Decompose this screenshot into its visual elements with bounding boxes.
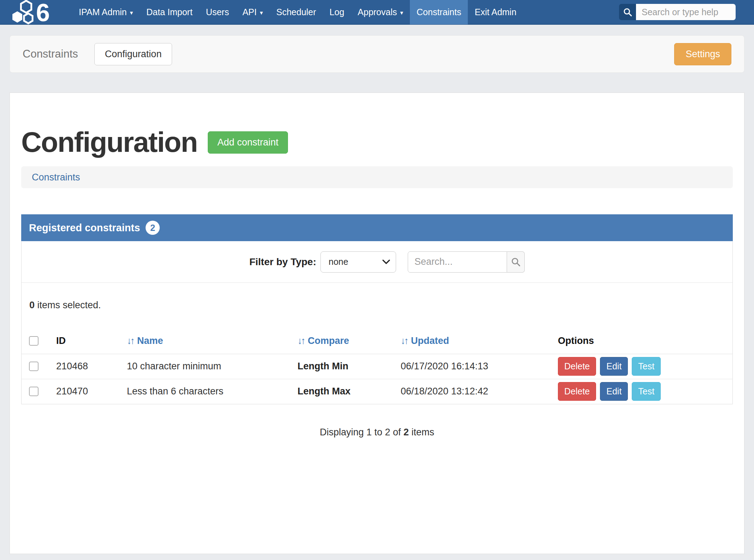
top-navbar: 6 IPAM Admin▾ Data Import Users API▾ Sch… — [0, 0, 754, 25]
column-header-name[interactable]: ↓↑Name — [123, 328, 294, 354]
nav-item-log[interactable]: Log — [323, 0, 351, 24]
configuration-tab-button[interactable]: Configuration — [94, 43, 172, 65]
panel-body: Filter by Type: none — [21, 241, 733, 404]
sort-icon: ↓↑ — [127, 335, 134, 346]
chevron-down-icon — [382, 260, 390, 264]
filter-row: Filter by Type: none — [22, 241, 732, 283]
nav-item-data-import[interactable]: Data Import — [140, 0, 199, 24]
logo-six-text: 6 — [36, 0, 50, 24]
column-header-id: ID — [53, 328, 123, 354]
chevron-down-icon: ▾ — [400, 9, 403, 17]
nav-item-constraints[interactable]: Constraints — [410, 0, 468, 24]
nav-item-api[interactable]: API▾ — [236, 0, 270, 24]
column-header-label: Compare — [308, 335, 349, 346]
pagination-prefix: Displaying 1 to 2 of — [320, 427, 403, 437]
global-search-button[interactable] — [619, 4, 636, 20]
table-search-input[interactable] — [408, 251, 507, 273]
nav-item-scheduler[interactable]: Scheduler — [270, 0, 323, 24]
nav-item-exit-admin[interactable]: Exit Admin — [468, 0, 523, 24]
sort-icon: ↓↑ — [298, 335, 304, 346]
chevron-down-icon: ▾ — [130, 9, 133, 17]
nav-item-approvals[interactable]: Approvals▾ — [351, 0, 410, 24]
nav-item-label: Scheduler — [276, 7, 316, 17]
type-filter-select[interactable]: none — [320, 251, 396, 273]
page-header-card: Constraints Configuration Settings — [10, 35, 744, 73]
registered-constraints-panel: Registered constraints 2 Filter by Type:… — [21, 214, 733, 438]
select-all-checkbox[interactable] — [29, 336, 39, 346]
edit-button[interactable]: Edit — [600, 357, 628, 376]
hexagons-logo-icon: 6 — [10, 0, 63, 24]
selected-count-status: 0 items selected. — [22, 283, 732, 328]
cell-compare: Length Max — [294, 379, 397, 404]
cell-id: 210470 — [53, 379, 123, 404]
nav-item-label: Exit Admin — [475, 7, 516, 17]
nav-item-label: Constraints — [417, 7, 461, 17]
sort-icon: ↓↑ — [401, 335, 407, 346]
pagination-suffix: items — [409, 427, 434, 437]
table-search-group — [408, 251, 525, 273]
constraints-table: ID ↓↑Name ↓↑Compare ↓↑Updated Options 21… — [22, 328, 732, 404]
column-header-updated[interactable]: ↓↑Updated — [397, 328, 554, 354]
table-header-row: ID ↓↑Name ↓↑Compare ↓↑Updated Options — [22, 328, 732, 354]
heading-row: Configuration Add constraint — [21, 93, 733, 158]
panel-title: Registered constraints — [29, 222, 140, 234]
search-icon — [623, 7, 632, 17]
nav-item-ipam-admin[interactable]: IPAM Admin▾ — [72, 0, 140, 24]
nav-item-label: Users — [206, 7, 229, 17]
app-logo[interactable]: 6 — [10, 0, 63, 24]
add-constraint-button[interactable]: Add constraint — [208, 131, 288, 154]
pagination-count: 2 — [403, 427, 409, 437]
test-button[interactable]: Test — [632, 357, 661, 376]
selected-count-text: items selected. — [35, 300, 101, 310]
page-title: Constraints — [23, 48, 78, 60]
pagination-status: Displaying 1 to 2 of 2 items — [21, 427, 733, 438]
nav-item-label: Approvals — [358, 7, 397, 17]
global-search — [619, 4, 736, 20]
row-actions: Delete Edit Test — [558, 382, 732, 401]
nav-menu: IPAM Admin▾ Data Import Users API▾ Sched… — [72, 0, 523, 24]
column-header-label: Name — [137, 335, 163, 346]
settings-button[interactable]: Settings — [674, 43, 731, 65]
column-header-options: Options — [554, 328, 732, 354]
configuration-heading: Configuration — [21, 127, 197, 158]
cell-updated: 06/17/2020 16:14:13 — [397, 354, 554, 379]
cell-id: 210468 — [53, 354, 123, 379]
main-content-card: Configuration Add constraint Constraints… — [10, 93, 744, 554]
nav-item-label: Data Import — [146, 7, 193, 17]
type-filter-value: none — [329, 257, 348, 267]
delete-button[interactable]: Delete — [558, 357, 596, 376]
row-checkbox[interactable] — [29, 362, 39, 371]
table-row: 210470 Less than 6 characters Length Max… — [22, 379, 732, 404]
row-checkbox[interactable] — [29, 387, 39, 396]
nav-item-label: IPAM Admin — [79, 7, 127, 17]
panel-header: Registered constraints 2 — [21, 214, 733, 241]
breadcrumb-constraints-link[interactable]: Constraints — [32, 172, 80, 183]
row-actions: Delete Edit Test — [558, 357, 732, 376]
nav-item-label: API — [242, 7, 257, 17]
filter-by-type-label: Filter by Type: — [249, 256, 316, 268]
nav-item-label: Log — [330, 7, 344, 17]
table-search-button[interactable] — [507, 251, 525, 273]
cell-name: 10 character minimum — [123, 354, 294, 379]
edit-button[interactable]: Edit — [600, 382, 628, 401]
column-header-compare[interactable]: ↓↑Compare — [294, 328, 397, 354]
cell-updated: 06/18/2020 13:12:42 — [397, 379, 554, 404]
test-button[interactable]: Test — [632, 382, 661, 401]
cell-compare: Length Min — [294, 354, 397, 379]
nav-item-users[interactable]: Users — [199, 0, 236, 24]
search-icon — [511, 257, 521, 267]
selected-count-number: 0 — [29, 300, 35, 310]
cell-name: Less than 6 characters — [123, 379, 294, 404]
count-badge: 2 — [146, 221, 160, 235]
delete-button[interactable]: Delete — [558, 382, 596, 401]
global-search-input[interactable] — [636, 4, 736, 20]
breadcrumb: Constraints — [21, 166, 733, 188]
column-header-label: Updated — [411, 335, 449, 346]
chevron-down-icon: ▾ — [260, 9, 263, 17]
table-row: 210468 10 character minimum Length Min 0… — [22, 354, 732, 379]
